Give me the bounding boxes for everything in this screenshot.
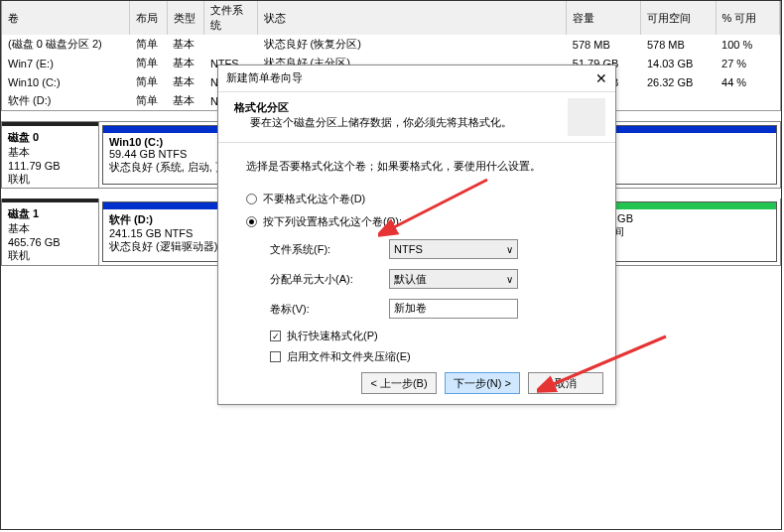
close-icon[interactable]: ✕ [595,70,607,86]
filesystem-label: 文件系统(F): [270,242,389,257]
chevron-down-icon: ∨ [506,274,513,285]
cell-volume: 软件 (D:) [2,91,130,110]
cell-type: 基本 [167,91,204,110]
radio-no-format[interactable]: 不要格式化这个卷(D) [246,192,588,206]
disk-name: 磁盘 0 [8,130,92,145]
checkbox-label: 启用文件和文件夹压缩(E) [287,349,411,364]
col-volume[interactable]: 卷 [2,1,130,35]
cell-pct: 100 % [716,35,779,54]
radio-label: 不要格式化这个卷(D) [263,192,365,206]
radio-icon [246,194,257,204]
cell-volume: (磁盘 0 磁盘分区 2) [2,35,130,54]
disk-type: 基本 [8,221,92,236]
table-row[interactable]: (磁盘 0 磁盘分区 2)简单基本状态良好 (恢复分区)578 MB578 MB… [2,35,780,54]
compress-checkbox[interactable]: 启用文件和文件夹压缩(E) [270,349,588,364]
cell-free: 26.32 GB [641,72,716,91]
col-pct[interactable]: % 可用 [716,1,779,35]
col-capacity[interactable]: 容量 [567,1,641,35]
cell-type: 基本 [167,35,204,54]
disk-state: 联机 [8,172,92,187]
disk-header-1[interactable]: 磁盘 1 基本 465.76 GB 联机 [2,199,99,265]
cell-layout: 简单 [130,35,168,54]
banner-title: 格式化分区 [234,100,599,115]
cell-layout: 简单 [130,91,168,110]
cell-free: 14.03 GB [641,54,716,72]
cell-type: 基本 [167,54,204,72]
cell-type: 基本 [167,72,204,91]
col-type[interactable]: 类型 [167,1,204,35]
disk-state: 联机 [8,248,92,263]
cell-pct: 44 % [716,72,779,91]
cell-layout: 简单 [130,72,168,91]
allocation-select[interactable]: 默认值 ∨ [389,269,518,289]
col-layout[interactable]: 布局 [130,1,168,35]
cell-fs [204,35,258,54]
col-free[interactable]: 可用空间 [641,1,716,35]
allocation-label: 分配单元大小(A): [270,272,389,287]
select-value: NTFS [394,243,423,255]
radio-format[interactable]: 按下列设置格式化这个卷(O): [246,214,588,229]
disk-header-0[interactable]: 磁盘 0 基本 111.79 GB 联机 [2,122,99,188]
back-button[interactable]: < 上一步(B) [361,372,437,394]
cell-layout: 简单 [130,54,168,72]
cell-pct: 27 % [716,54,779,72]
dialog-title: 新建简单卷向导 [226,70,303,86]
cell-volume: Win7 (E:) [2,54,130,72]
banner-subtitle: 要在这个磁盘分区上储存数据，你必须先将其格式化。 [234,115,599,130]
volume-label-input[interactable]: 新加卷 [389,299,518,319]
checkbox-icon [270,351,281,362]
disk-name: 磁盘 1 [8,206,92,221]
cell-free: 578 MB [641,35,716,54]
col-fs[interactable]: 文件系统 [204,1,258,35]
disk-size: 465.76 GB [8,236,92,248]
quick-format-checkbox[interactable]: ✓ 执行快速格式化(P) [270,329,588,343]
cell-capacity: 578 MB [567,35,641,54]
radio-label: 按下列设置格式化这个卷(O): [263,214,402,229]
dialog-banner: 格式化分区 要在这个磁盘分区上储存数据，你必须先将其格式化。 [218,91,615,143]
cell-volume: Win10 (C:) [2,72,130,91]
next-button[interactable]: 下一步(N) > [445,372,520,394]
checkbox-icon: ✓ [270,331,281,341]
new-simple-volume-wizard-dialog: 新建简单卷向导 ✕ 格式化分区 要在这个磁盘分区上储存数据，你必须先将其格式化。… [217,65,616,405]
filesystem-select[interactable]: NTFS ∨ [389,239,518,259]
cell-status: 状态良好 (恢复分区) [258,35,567,54]
banner-icon [568,98,605,136]
col-status[interactable]: 状态 [258,1,567,35]
disk-size: 111.79 GB [8,160,92,172]
volume-label-label: 卷标(V): [270,302,389,317]
cell-pct [716,91,779,110]
cancel-button[interactable]: 取消 [528,372,603,394]
dialog-description: 选择是否要格式化这个卷；如果要格式化，要使用什么设置。 [246,159,588,174]
radio-icon [246,216,257,227]
chevron-down-icon: ∨ [506,244,513,255]
disk-type: 基本 [8,145,92,160]
select-value: 默认值 [394,272,427,287]
checkbox-label: 执行快速格式化(P) [287,329,378,343]
cell-free [641,91,716,110]
